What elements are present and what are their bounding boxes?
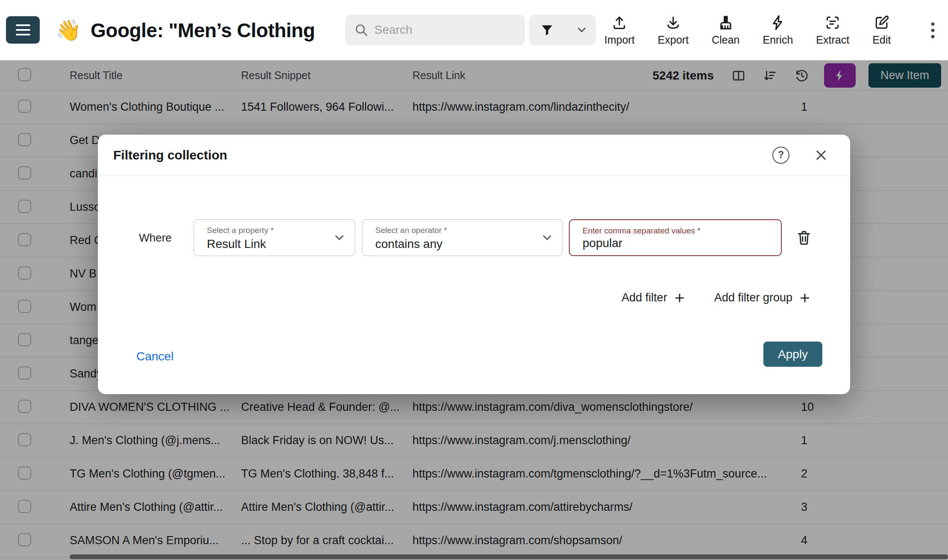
help-button[interactable]: ? bbox=[772, 147, 789, 164]
import-button[interactable]: Import bbox=[604, 15, 635, 46]
close-button[interactable] bbox=[813, 147, 830, 164]
modal-title: Filtering collection bbox=[113, 148, 772, 162]
operator-select-value: contains any bbox=[375, 237, 442, 251]
wave-emoji: 👋 bbox=[56, 20, 81, 41]
extract-button[interactable]: Extract bbox=[816, 15, 849, 46]
filtering-modal: Filtering collection ? Where Select a pr… bbox=[98, 135, 850, 394]
property-select-label: Select a property * bbox=[207, 226, 274, 235]
extract-label: Extract bbox=[816, 34, 849, 46]
cancel-button[interactable]: Cancel bbox=[136, 344, 174, 369]
search-box bbox=[345, 15, 525, 45]
add-filter-label: Add filter bbox=[621, 291, 667, 304]
app-header: 👋 Google: "Men’s Clothing bbox=[0, 0, 948, 60]
menu-button[interactable] bbox=[6, 16, 40, 44]
export-icon bbox=[665, 15, 681, 31]
edit-button[interactable]: Edit bbox=[872, 15, 891, 46]
kebab-icon bbox=[930, 21, 936, 40]
search-input[interactable] bbox=[374, 23, 516, 37]
lightning-icon bbox=[770, 15, 786, 31]
close-icon bbox=[814, 148, 828, 162]
more-menu-button[interactable] bbox=[927, 18, 939, 42]
toolbar: Import Export Clean bbox=[604, 0, 891, 60]
filter-row: Where Select a property * Result Link Se… bbox=[98, 219, 850, 256]
hamburger-icon bbox=[16, 34, 30, 35]
values-field: Enter comma separated values * bbox=[569, 219, 782, 256]
plus-icon bbox=[673, 292, 686, 304]
scan-icon bbox=[824, 15, 841, 31]
modal-header: Filtering collection ? bbox=[98, 135, 850, 176]
enrich-label: Enrich bbox=[763, 34, 793, 46]
chevron-down-icon bbox=[540, 231, 554, 245]
property-select-value: Result Link bbox=[207, 237, 266, 251]
question-mark-icon: ? bbox=[778, 149, 784, 161]
enrich-button[interactable]: Enrich bbox=[763, 15, 793, 46]
where-label: Where bbox=[139, 231, 172, 245]
add-filter-button[interactable]: Add filter bbox=[621, 291, 686, 304]
import-icon bbox=[611, 15, 627, 31]
plus-icon bbox=[798, 292, 811, 304]
add-filter-group-label: Add filter group bbox=[714, 291, 792, 304]
page-title: Google: "Men’s Clothing bbox=[91, 19, 315, 42]
apply-button[interactable]: Apply bbox=[763, 342, 822, 367]
trash-icon bbox=[795, 229, 813, 246]
hamburger-icon bbox=[16, 29, 30, 31]
filter-button[interactable] bbox=[529, 15, 596, 45]
values-input[interactable] bbox=[583, 236, 762, 250]
chevron-down-icon bbox=[575, 24, 588, 36]
values-field-label: Enter comma separated values * bbox=[583, 226, 701, 236]
edit-label: Edit bbox=[872, 34, 891, 46]
filter-funnel-icon bbox=[540, 23, 554, 37]
operator-select-label: Select an operator * bbox=[375, 226, 447, 235]
property-select[interactable]: Select a property * Result Link bbox=[194, 219, 355, 256]
search-icon bbox=[354, 23, 368, 37]
export-label: Export bbox=[658, 34, 689, 46]
export-button[interactable]: Export bbox=[658, 15, 689, 46]
hamburger-icon bbox=[16, 24, 30, 26]
app-root: 👋 Google: "Men’s Clothing bbox=[0, 0, 948, 560]
edit-icon bbox=[874, 15, 890, 31]
operator-select[interactable]: Select an operator * contains any bbox=[362, 219, 563, 256]
chevron-down-icon bbox=[333, 231, 346, 245]
broom-icon bbox=[718, 15, 734, 31]
add-filter-group-button[interactable]: Add filter group bbox=[714, 291, 811, 304]
clean-button[interactable]: Clean bbox=[712, 15, 739, 46]
add-filter-row: Add filter Add filter group bbox=[621, 291, 811, 304]
import-label: Import bbox=[604, 34, 635, 46]
delete-filter-button[interactable] bbox=[794, 227, 814, 248]
clean-label: Clean bbox=[712, 34, 739, 46]
